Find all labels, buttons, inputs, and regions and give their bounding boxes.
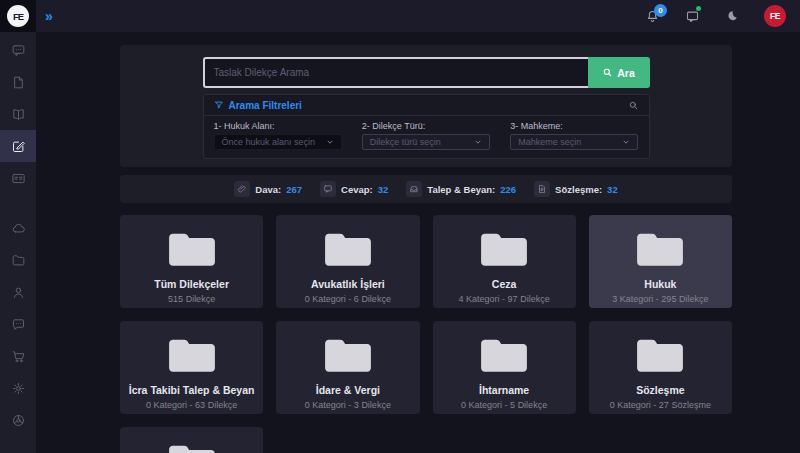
- folder-icon: [321, 334, 375, 376]
- folder-icon: [477, 228, 531, 270]
- sidebar-collapse-icon[interactable]: »: [45, 9, 53, 23]
- stat-label: Talep & Beyan:: [427, 184, 495, 195]
- folder-card-hukuk[interactable]: Hukuk 3 Kategori - 295 Dilekçe: [589, 215, 732, 308]
- folder-subtitle: 0 Kategori - 63 Dilekçe: [146, 400, 237, 410]
- folder-icon: [321, 228, 375, 270]
- folder-card-idare-vergi[interactable]: İdare & Vergi 0 Kategori - 3 Dilekçe: [276, 321, 419, 414]
- main-content: Ara Arama Filtreleri: [36, 32, 800, 453]
- sidebar-item-library[interactable]: [0, 98, 36, 130]
- comment-icon: [320, 181, 336, 197]
- chevron-down-icon: [474, 138, 482, 146]
- chat-icon: [685, 9, 700, 24]
- cart-icon: [11, 349, 26, 364]
- moon-icon: [725, 9, 739, 23]
- stat-sozlesme: Sözleşme: 32: [534, 181, 618, 197]
- user-icon: [11, 285, 26, 300]
- folder-icon: [477, 334, 531, 376]
- folder-icon: [165, 228, 219, 270]
- chevron-down-icon: [622, 138, 630, 146]
- app-logo[interactable]: FE: [7, 5, 29, 27]
- sidebar-item-cards[interactable]: [0, 162, 36, 194]
- folder-title: İhtarname: [479, 384, 529, 396]
- folder-card-ihtarname[interactable]: İhtarname 0 Kategori - 5 Dilekçe: [433, 321, 576, 414]
- folder-title: İcra Takibi Talep & Beyan: [129, 384, 255, 396]
- filters-toggle[interactable]: Arama Filtreleri: [214, 100, 302, 111]
- logo-corner: FE: [0, 0, 36, 32]
- sidebar-item-profile[interactable]: [0, 276, 36, 308]
- folder-card-sozlesme[interactable]: Sözleşme 0 Kategori - 27 Sözleşme: [589, 321, 732, 414]
- notifications-button[interactable]: 0: [645, 9, 660, 24]
- folder-subtitle: 0 Kategori - 6 Dilekçe: [305, 294, 391, 304]
- topbar: FE » 0 FE: [0, 0, 800, 32]
- folder-card-tum-dilekceler[interactable]: Tüm Dilekçeler 515 Dilekçe: [120, 215, 263, 308]
- notification-badge: 0: [654, 4, 667, 17]
- stat-value: 32: [607, 184, 618, 195]
- id-card-icon: [11, 171, 26, 186]
- stat-cevap: Cevap: 32: [320, 181, 388, 197]
- search-icon: [602, 67, 613, 78]
- sidebar-item-documents[interactable]: [0, 66, 36, 98]
- dilekce-turu-select[interactable]: Dilekçe türü seçin: [362, 134, 490, 150]
- folder-card-avukatlik-isleri[interactable]: Avukatlık İşleri 0 Kategori - 6 Dilekçe: [276, 215, 419, 308]
- select-value: Önce hukuk alanı seçin: [222, 137, 316, 147]
- select-value: Dilekçe türü seçin: [370, 137, 441, 147]
- hukuk-alani-select[interactable]: Önce hukuk alanı seçin: [214, 134, 342, 150]
- search-panel: Ara Arama Filtreleri: [120, 45, 732, 167]
- segments-icon: [11, 413, 26, 428]
- sidebar-item-cloud[interactable]: [0, 212, 36, 244]
- edit-icon: [11, 139, 26, 154]
- sidebar-item-apps[interactable]: [0, 404, 36, 436]
- folder-title: İdare & Vergi: [316, 384, 380, 396]
- folder-card-ceza[interactable]: Ceza 4 Kategori - 97 Dilekçe: [433, 215, 576, 308]
- stat-value: 267: [286, 184, 302, 195]
- folder-subtitle: 515 Dilekçe: [168, 294, 215, 304]
- sidebar-item-messages[interactable]: [0, 308, 36, 340]
- search-button[interactable]: Ara: [588, 57, 650, 88]
- chat-bubble-icon: [11, 317, 26, 332]
- mahkeme-select[interactable]: Mahkeme seçin: [510, 134, 638, 150]
- folder-title: Avukatlık İşleri: [311, 278, 385, 290]
- stat-talep-beyan: Talep & Beyan: 226: [406, 181, 516, 197]
- chevron-down-icon: [326, 138, 334, 146]
- filter-field-hukuk-alani: 1- Hukuk Alanı: Önce hukuk alanı seçin: [214, 121, 342, 150]
- topbar-actions: 0 FE: [645, 5, 800, 27]
- stat-label: Sözleşme:: [555, 184, 602, 195]
- comment-icon: [11, 43, 26, 58]
- search-input[interactable]: [203, 57, 588, 88]
- filter-box: Arama Filtreleri 1- Hukuk Alanı: Önce hu…: [203, 94, 650, 159]
- folder-title: Tüm Dilekçeler: [154, 278, 229, 290]
- cloud-icon: [11, 221, 26, 236]
- paperclip-icon: [234, 181, 250, 197]
- stat-label: Dava:: [255, 184, 281, 195]
- filter-label: 3- Mahkeme:: [510, 121, 638, 131]
- search-button-label: Ara: [617, 67, 635, 79]
- avatar-text: FE: [770, 11, 780, 21]
- sidebar-item-files[interactable]: [0, 244, 36, 276]
- folder-subtitle: 0 Kategori - 5 Dilekçe: [461, 400, 547, 410]
- folder-icon: [165, 440, 219, 453]
- messages-button[interactable]: [685, 9, 700, 24]
- book-icon: [11, 107, 26, 122]
- sidebar-item-comments[interactable]: [0, 34, 36, 66]
- user-avatar[interactable]: FE: [764, 5, 786, 27]
- filter-search-icon[interactable]: [628, 100, 639, 111]
- folder-card-partial[interactable]: [120, 427, 263, 453]
- folder-icon: [165, 334, 219, 376]
- filter-field-mahkeme: 3- Mahkeme: Mahkeme seçin: [510, 121, 638, 150]
- folder-grid: Tüm Dilekçeler 515 Dilekçe Avukatlık İşl…: [120, 215, 732, 453]
- folder-card-icra-takibi[interactable]: İcra Takibi Talep & Beyan 0 Kategori - 6…: [120, 321, 263, 414]
- theme-toggle[interactable]: [725, 9, 739, 23]
- folder-title: Ceza: [492, 278, 517, 290]
- app-root: FE » 0 FE: [0, 0, 800, 453]
- sidebar-item-petitions[interactable]: [0, 130, 36, 162]
- filters-title: Arama Filtreleri: [229, 100, 302, 111]
- stats-bar: Dava: 267 Cevap: 32 Talep & Beyan: 226: [120, 175, 732, 203]
- sidebar-item-store[interactable]: [0, 340, 36, 372]
- app-logo-text: FE: [13, 11, 23, 22]
- filter-label: 1- Hukuk Alanı:: [214, 121, 342, 131]
- folder-title: Sözleşme: [636, 384, 684, 396]
- gear-icon: [11, 381, 26, 396]
- funnel-icon: [214, 100, 224, 110]
- folder-subtitle: 0 Kategori - 3 Dilekçe: [305, 400, 391, 410]
- sidebar-item-settings[interactable]: [0, 372, 36, 404]
